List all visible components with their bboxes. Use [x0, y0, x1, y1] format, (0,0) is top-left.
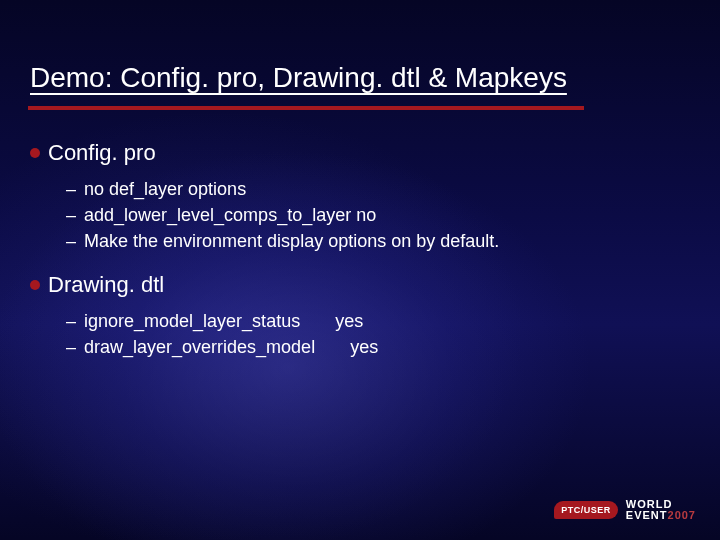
- section-heading-text: Config. pro: [48, 140, 156, 166]
- list-item: – Make the environment display options o…: [66, 228, 690, 254]
- section-items: – ignore_model_layer_status yes – draw_l…: [30, 308, 690, 360]
- list-item-text: no def_layer options: [84, 176, 246, 202]
- dash-icon: –: [66, 334, 76, 360]
- slide-title: Demo: Config. pro, Drawing. dtl & Mapkey…: [30, 62, 567, 94]
- list-item: – no def_layer options: [66, 176, 690, 202]
- world-event-line2: EVENT: [626, 509, 668, 521]
- dash-icon: –: [66, 308, 76, 334]
- slide-content: Config. pro – no def_layer options – add…: [30, 140, 690, 378]
- slide: Demo: Config. pro, Drawing. dtl & Mapkey…: [0, 0, 720, 540]
- list-item-text: ignore_model_layer_status yes: [84, 308, 363, 334]
- bullet-icon: [30, 148, 40, 158]
- list-item-text: draw_layer_overrides_model yes: [84, 334, 378, 360]
- dash-icon: –: [66, 228, 76, 254]
- footer-logo: PTC/USER WORLD EVENT2007: [554, 499, 696, 522]
- dash-icon: –: [66, 202, 76, 228]
- bullet-icon: [30, 280, 40, 290]
- list-item-text: Make the environment display options on …: [84, 228, 499, 254]
- list-item: – add_lower_level_comps_to_layer no: [66, 202, 690, 228]
- title-underline-rule: [28, 106, 584, 110]
- section-heading-text: Drawing. dtl: [48, 272, 164, 298]
- section-drawing-dtl: Drawing. dtl – ignore_model_layer_status…: [30, 272, 690, 360]
- ptc-user-badge: PTC/USER: [554, 501, 618, 519]
- section-items: – no def_layer options – add_lower_level…: [30, 176, 690, 254]
- list-item: – draw_layer_overrides_model yes: [66, 334, 690, 360]
- list-item: – ignore_model_layer_status yes: [66, 308, 690, 334]
- section-config-pro: Config. pro – no def_layer options – add…: [30, 140, 690, 254]
- world-event-text: WORLD EVENT2007: [626, 499, 696, 522]
- world-event-year: 2007: [668, 509, 696, 521]
- list-item-text: add_lower_level_comps_to_layer no: [84, 202, 376, 228]
- dash-icon: –: [66, 176, 76, 202]
- section-heading: Drawing. dtl: [30, 272, 690, 298]
- section-heading: Config. pro: [30, 140, 690, 166]
